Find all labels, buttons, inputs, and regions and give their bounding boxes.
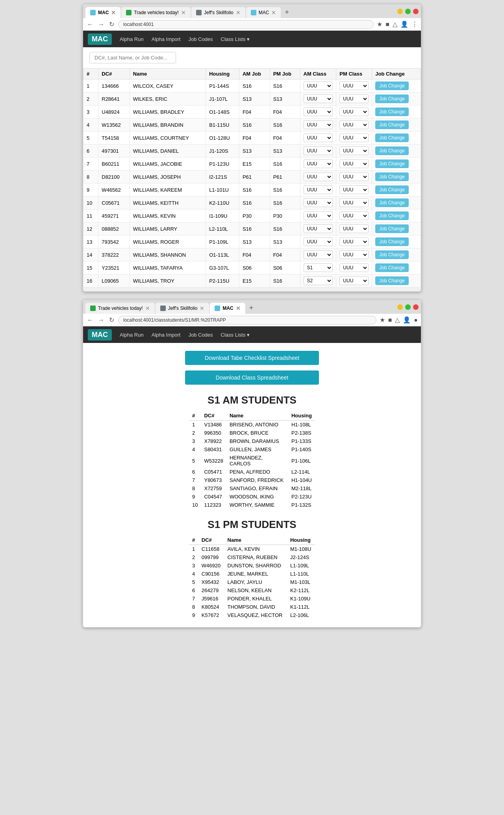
pm-class-select[interactable]: UUU UUU S1 S2 — [339, 82, 369, 90]
pm-class-select[interactable]: UUU UUU S1 S2 — [339, 185, 369, 194]
bookmark-icon-2[interactable]: ★ — [380, 316, 385, 324]
cell-amclass[interactable]: UUU UUU S1 S2 F04 — [300, 170, 336, 183]
job-change-button[interactable]: Job Change — [375, 185, 409, 194]
am-class-select[interactable]: UUU UUU S1 S2 F04 — [304, 120, 333, 129]
am-class-select[interactable]: UUU UUU S1 S2 F04 — [304, 82, 333, 90]
download-tabe-btn[interactable]: Download Tabe Checklist Spreadsheet — [185, 351, 319, 365]
url-field-2[interactable] — [118, 316, 376, 324]
cell-pmclass[interactable]: UUU UUU S1 S2 — [336, 261, 372, 274]
cell-amclass[interactable]: UUU UUU S1 S2 F04 — [300, 209, 336, 222]
menu-icon-1[interactable]: ⋮ — [411, 20, 418, 28]
am-class-select[interactable]: UUU UUU S1 S2 F04 — [304, 133, 333, 142]
search-input-1[interactable] — [89, 52, 176, 63]
pm-class-select[interactable]: UUU UUU S1 S2 — [339, 250, 369, 259]
nav-job-codes-2[interactable]: Job Codes — [188, 330, 213, 339]
job-change-button[interactable]: Job Change — [375, 159, 409, 168]
maximize-button-1[interactable] — [405, 9, 411, 14]
cell-jobchange[interactable]: Job Change — [372, 119, 421, 132]
job-change-button[interactable]: Job Change — [375, 172, 409, 181]
tab-close-trade-1[interactable]: ✕ — [181, 9, 186, 16]
cell-jobchange[interactable]: Job Change — [372, 93, 421, 106]
tab-close-mac2-1[interactable]: ✕ — [271, 9, 276, 16]
cell-jobchange[interactable]: Job Change — [372, 222, 421, 235]
am-class-select[interactable]: UUU UUU S1 S2 F04 — [304, 224, 333, 233]
user-icon-2[interactable]: 👤 — [403, 316, 411, 324]
job-change-button[interactable]: Job Change — [375, 94, 409, 103]
pm-class-select[interactable]: UUU UUU S1 S2 — [339, 94, 369, 103]
pm-class-select[interactable]: UUU UUU S1 S2 — [339, 237, 369, 246]
cell-amclass[interactable]: UUU UUU S1 S2 F04 — [300, 222, 336, 235]
reload-button-1[interactable]: ↻ — [108, 20, 115, 29]
nav-alpha-import-2[interactable]: Alpha Import — [152, 330, 181, 339]
tab-close-trade-2[interactable]: ✕ — [145, 305, 150, 311]
cell-pmclass[interactable]: UUU UUU S1 S2 — [336, 248, 372, 261]
tab-mac-1[interactable]: MAC ✕ — [85, 7, 120, 18]
cell-pmclass[interactable]: UUU UUU S1 S2 — [336, 157, 372, 170]
cell-pmclass[interactable]: UUU UUU S1 S2 — [336, 274, 372, 287]
cell-jobchange[interactable]: Job Change — [372, 144, 421, 157]
pm-class-select[interactable]: UUU UUU S1 S2 — [339, 224, 369, 233]
job-change-button[interactable]: Job Change — [375, 250, 409, 259]
tab-mac2-1[interactable]: MAC ✕ — [246, 7, 281, 18]
minimize-button-1[interactable] — [397, 9, 403, 14]
tab-close-mac-2[interactable]: ✕ — [236, 305, 241, 311]
nav-class-lists-2[interactable]: Class Lists ▾ — [221, 332, 250, 338]
tab-jeff-2[interactable]: Jeff's Skillfolio ✕ — [156, 303, 209, 314]
cell-pmclass[interactable]: UUU UUU S1 S2 — [336, 222, 372, 235]
close-button-2[interactable] — [413, 304, 419, 310]
pm-class-select[interactable]: UUU UUU S1 S2 — [339, 159, 369, 168]
cell-jobchange[interactable]: Job Change — [372, 248, 421, 261]
cell-amclass[interactable]: S2 UUU S1 S2 F04 — [300, 274, 336, 287]
pm-class-select[interactable]: UUU UUU S1 S2 — [339, 198, 369, 207]
job-change-button[interactable]: Job Change — [375, 211, 409, 220]
am-class-select[interactable]: UUU UUU S1 S2 F04 — [304, 107, 333, 116]
tab-close-jeff-2[interactable]: ✕ — [200, 305, 204, 311]
pm-class-select[interactable]: UUU UUU S1 S2 — [339, 107, 369, 116]
cell-jobchange[interactable]: Job Change — [372, 132, 421, 144]
nav-class-lists-1[interactable]: Class Lists ▾ — [221, 36, 250, 42]
am-class-select[interactable]: UUU UUU S1 S2 F04 — [304, 94, 333, 103]
am-class-select[interactable]: UUU UUU S1 S2 F04 — [304, 159, 333, 168]
cell-amclass[interactable]: UUU UUU S1 S2 F04 — [300, 183, 336, 196]
cell-jobchange[interactable]: Job Change — [372, 157, 421, 170]
job-change-button[interactable]: Job Change — [375, 276, 409, 285]
cell-jobchange[interactable]: Job Change — [372, 274, 421, 287]
job-change-button[interactable]: Job Change — [375, 263, 409, 272]
cell-amclass[interactable]: UUU UUU S1 S2 F04 — [300, 119, 336, 132]
tab-trade-1[interactable]: Trade vehicles today! ✕ — [121, 7, 191, 18]
job-change-button[interactable]: Job Change — [375, 82, 409, 90]
job-change-button[interactable]: Job Change — [375, 133, 409, 142]
am-class-select[interactable]: S2 UUU S1 S2 F04 — [304, 276, 333, 285]
job-change-button[interactable]: Job Change — [375, 198, 409, 207]
nav-alpha-run-2[interactable]: Alpha Run — [120, 330, 144, 339]
tab-mac-2[interactable]: MAC ✕ — [210, 303, 245, 314]
cell-amclass[interactable]: UUU UUU S1 S2 F04 — [300, 144, 336, 157]
tab-close-jeff-1[interactable]: ✕ — [236, 9, 241, 16]
cell-pmclass[interactable]: UUU UUU S1 S2 — [336, 209, 372, 222]
cell-pmclass[interactable]: UUU UUU S1 S2 — [336, 93, 372, 106]
am-class-select[interactable]: UUU UUU S1 S2 F04 — [304, 250, 333, 259]
cell-amclass[interactable]: UUU UUU S1 S2 F04 — [300, 106, 336, 119]
cell-pmclass[interactable]: UUU UUU S1 S2 — [336, 144, 372, 157]
url-field-1[interactable] — [118, 20, 374, 29]
cell-amclass[interactable]: UUU UUU S1 S2 F04 — [300, 80, 336, 93]
new-tab-button-2[interactable]: + — [246, 302, 257, 314]
reload-button-2[interactable]: ↻ — [108, 315, 115, 324]
cell-amclass[interactable]: UUU UUU S1 S2 F04 — [300, 235, 336, 248]
job-change-button[interactable]: Job Change — [375, 146, 409, 155]
pm-class-select[interactable]: UUU UUU S1 S2 — [339, 146, 369, 155]
cell-jobchange[interactable]: Job Change — [372, 80, 421, 93]
cell-jobchange[interactable]: Job Change — [372, 209, 421, 222]
pm-class-select[interactable]: UUU UUU S1 S2 — [339, 133, 369, 142]
menu-icon-2[interactable]: ● — [414, 317, 418, 324]
cell-pmclass[interactable]: UUU UUU S1 S2 — [336, 196, 372, 209]
new-tab-button-1[interactable]: + — [282, 7, 292, 18]
job-change-button[interactable]: Job Change — [375, 120, 409, 129]
tab-close-1[interactable]: ✕ — [111, 9, 116, 16]
cell-amclass[interactable]: UUU UUU S1 S2 F04 — [300, 132, 336, 144]
cell-pmclass[interactable]: UUU UUU S1 S2 — [336, 106, 372, 119]
job-change-button[interactable]: Job Change — [375, 107, 409, 116]
am-class-select[interactable]: UUU UUU S1 S2 F04 — [304, 172, 333, 181]
back-button-1[interactable]: ← — [86, 20, 94, 29]
pm-class-select[interactable]: UUU UUU S1 S2 — [339, 172, 369, 181]
